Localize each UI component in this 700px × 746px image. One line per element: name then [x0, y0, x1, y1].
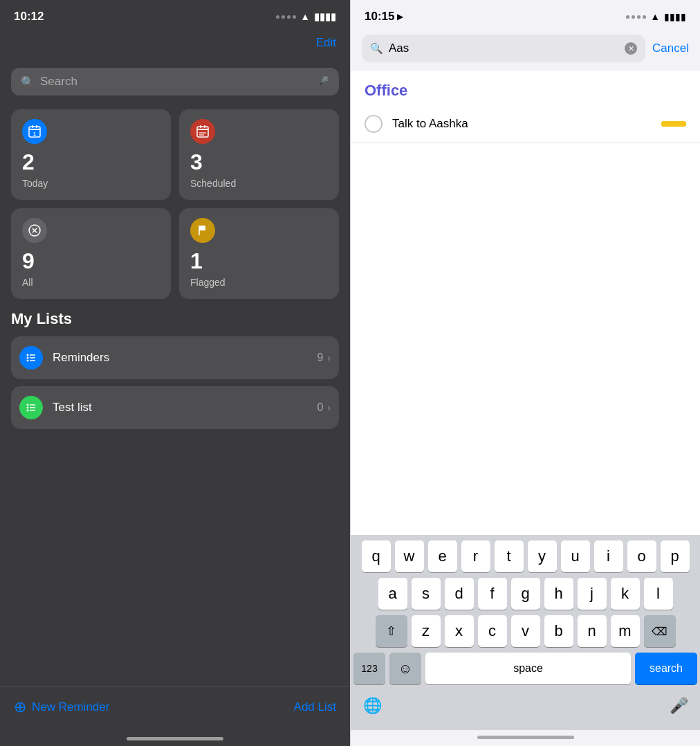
- key-b[interactable]: b: [544, 615, 573, 647]
- key-j[interactable]: j: [578, 578, 607, 610]
- home-indicator-right: [477, 736, 574, 739]
- svg-rect-5: [197, 127, 208, 137]
- emoji-key[interactable]: ☺: [389, 653, 421, 684]
- key-p[interactable]: p: [661, 540, 690, 572]
- svg-rect-3: [36, 125, 37, 128]
- keyboard: q w e r t y u i o p a s d f g h j k l ⇧ …: [351, 535, 700, 730]
- keyboard-row-5: 🌐 🎤: [353, 690, 697, 722]
- today-label: Today: [22, 178, 160, 189]
- key-r[interactable]: r: [461, 540, 490, 572]
- svg-point-19: [27, 360, 29, 362]
- smart-list-all[interactable]: 9 All: [11, 208, 171, 299]
- result-checkbox[interactable]: [365, 115, 383, 133]
- search-clear-button[interactable]: ✕: [625, 42, 637, 55]
- key-h[interactable]: h: [544, 578, 573, 610]
- testlist-list-icon: [19, 396, 43, 419]
- key-c[interactable]: c: [478, 615, 507, 647]
- scheduled-label: Scheduled: [190, 178, 328, 189]
- key-a[interactable]: a: [378, 578, 407, 610]
- all-label: All: [22, 277, 160, 288]
- my-lists-section: My Lists Reminders 9 ›: [0, 310, 350, 436]
- globe-key[interactable]: 🌐: [356, 690, 388, 722]
- right-time: 10:15: [365, 10, 394, 24]
- svg-text:1: 1: [33, 131, 36, 136]
- numbers-key[interactable]: 123: [353, 653, 385, 684]
- add-list-button[interactable]: Add List: [294, 700, 336, 714]
- plus-icon: ⊕: [14, 698, 26, 716]
- list-item-testlist[interactable]: Test list 0 ›: [11, 386, 339, 429]
- microphone-key[interactable]: 🎤: [663, 690, 694, 722]
- left-bottom-bar: ⊕ New Reminder Add List: [0, 686, 350, 730]
- key-y[interactable]: y: [528, 540, 557, 572]
- left-search-bar[interactable]: 🔍 Search 🎤: [11, 68, 339, 95]
- key-v[interactable]: v: [511, 615, 540, 647]
- key-i[interactable]: i: [594, 540, 623, 572]
- search-key[interactable]: search: [635, 653, 697, 684]
- cancel-button[interactable]: Cancel: [652, 42, 689, 55]
- flagged-count: 1: [190, 248, 328, 274]
- key-z[interactable]: z: [412, 615, 441, 647]
- left-status-icons: ▲ ▮▮▮▮: [276, 11, 336, 22]
- key-w[interactable]: w: [395, 540, 424, 572]
- right-search-bar: 🔍 Aas ✕ Cancel: [362, 35, 689, 62]
- svg-rect-2: [32, 125, 33, 128]
- list-item-reminders[interactable]: Reminders 9 ›: [11, 336, 339, 379]
- scheduled-icon: [190, 119, 215, 144]
- svg-rect-6: [197, 129, 208, 130]
- search-field-value[interactable]: Aas: [389, 42, 619, 55]
- left-search-placeholder: Search: [40, 75, 77, 89]
- svg-point-21: [27, 404, 29, 406]
- key-m[interactable]: m: [611, 615, 640, 647]
- key-u[interactable]: u: [561, 540, 590, 572]
- key-o[interactable]: o: [627, 540, 656, 572]
- signal-icon: [276, 15, 296, 19]
- my-lists-title: My Lists: [11, 310, 339, 328]
- key-t[interactable]: t: [495, 540, 524, 572]
- key-d[interactable]: d: [445, 578, 474, 610]
- space-key[interactable]: space: [425, 653, 631, 684]
- today-count: 2: [22, 149, 160, 175]
- reminders-list-icon: [19, 346, 43, 370]
- key-l[interactable]: l: [644, 578, 673, 610]
- left-status-bar: 10:12 ▲ ▮▮▮▮: [0, 0, 350, 29]
- location-icon: ▶: [397, 12, 403, 21]
- shift-key[interactable]: ⇧: [376, 615, 407, 647]
- key-n[interactable]: n: [578, 615, 607, 647]
- key-f[interactable]: f: [478, 578, 507, 610]
- svg-rect-1: [29, 129, 40, 130]
- reminders-list-count: 9: [317, 352, 323, 364]
- key-g[interactable]: g: [511, 578, 540, 610]
- edit-button[interactable]: Edit: [316, 36, 336, 50]
- battery-icon: ▮▮▮▮: [314, 11, 336, 22]
- keyboard-row-2: a s d f g h j k l: [353, 578, 697, 610]
- flagged-label: Flagged: [190, 277, 328, 288]
- flagged-icon: [190, 218, 215, 243]
- result-text: Talk to Aashka: [392, 117, 652, 131]
- reminders-list-name: Reminders: [53, 351, 317, 365]
- yellow-bar-icon: [661, 121, 686, 127]
- key-x[interactable]: x: [445, 615, 474, 647]
- microphone-icon: 🎤: [315, 75, 329, 89]
- search-field[interactable]: 🔍 Aas ✕: [362, 35, 645, 62]
- new-reminder-button[interactable]: ⊕ New Reminder: [14, 698, 109, 716]
- key-k[interactable]: k: [611, 578, 640, 610]
- search-icon: 🔍: [21, 75, 35, 89]
- smart-lists-grid: 1 2 Today 3 Scheduled: [0, 109, 350, 299]
- smart-list-scheduled[interactable]: 3 Scheduled: [179, 109, 339, 200]
- new-reminder-label: New Reminder: [32, 700, 109, 714]
- right-status-icons: ▲ ▮▮▮▮: [626, 11, 686, 22]
- key-e[interactable]: e: [428, 540, 457, 572]
- key-q[interactable]: q: [362, 540, 391, 572]
- today-icon: 1: [22, 119, 47, 144]
- delete-key[interactable]: ⌫: [644, 615, 676, 647]
- search-results-area: Office Talk to Aashka: [351, 71, 700, 535]
- smart-list-flagged[interactable]: 1 Flagged: [179, 208, 339, 299]
- svg-point-15: [27, 354, 29, 356]
- all-count: 9: [22, 248, 160, 274]
- signal-icon-right: [626, 15, 646, 19]
- search-result-item[interactable]: Talk to Aashka: [351, 105, 700, 143]
- left-panel: 10:12 ▲ ▮▮▮▮ Edit 🔍 Search 🎤: [0, 0, 350, 746]
- key-s[interactable]: s: [412, 578, 441, 610]
- svg-rect-8: [204, 125, 205, 128]
- smart-list-today[interactable]: 1 2 Today: [11, 109, 171, 200]
